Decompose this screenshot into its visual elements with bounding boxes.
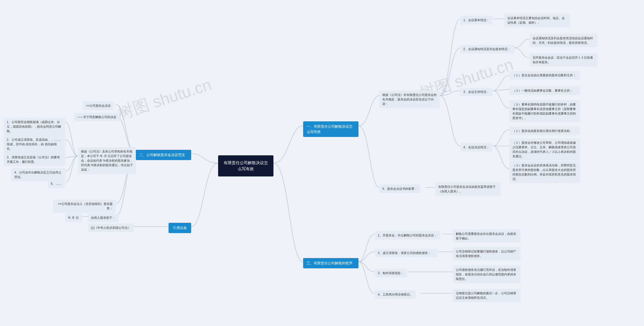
b1-item4-label: 4、会议决议情况： <box>460 143 492 152</box>
b1-item2-label: 2、会议通知情况及到会股东情况： <box>460 45 514 53</box>
b3-s4-label: 4、工商局办理注销登记。 <box>375 290 416 299</box>
b2-basis: 根据《公司法》及本公司章程的有关规定，本公司于 年 月 日召开了公司股东会，会议… <box>78 147 136 174</box>
b1-item4-desc3: （３）股东会会议的具体表决结果，持赞同意见股东所代表的股份数，占出席股东大会的股… <box>509 161 580 183</box>
b2-line2: ——关于同意解散公司的决定 <box>74 113 119 121</box>
b1-item4-desc1: （１）股东会由股东按出资比例行使表决权。 <box>509 127 580 135</box>
b1-item2-desc2: 召开股东会会议，应当于会议召开１５日前通知全体股东。 <box>530 53 597 66</box>
b1-item2-desc1: 会议通知情况及到会股东情况包括会议通知时间、方式；到会股东情况，股东弃权情况。 <box>530 34 597 47</box>
b1-basis: 根据《公司法》对有限责任公司股东会的有关规定，股东会的决议应包含以下内容： <box>379 91 440 108</box>
branch-2[interactable]: 二、公司解散股东会决议范文 <box>136 150 191 160</box>
b2-sign1: ××公司股东会法人（含其他组织）股东盖章： <box>53 200 116 213</box>
b2-d3: 3、清算组成立后应按《公司法》的要求开展工作，履行职责。 <box>4 153 65 166</box>
branch-4[interactable]: 引用法条 <box>169 223 191 233</box>
b1-item1-label: 1、会议基本情况： <box>460 16 492 24</box>
b1-item3-label: 3、会议主持情况： <box>460 88 492 96</box>
b1-item3-desc3: （３）董事长因特殊原因不能履行职务时，由董事长指定的副董事长或其他董事主持（应附… <box>509 100 580 122</box>
b2-d1: 1、公司因营业期限届满（或因合并、分立，或因其他原因），股东会同意公司解散。 <box>4 118 65 135</box>
b4-ref: [1]《中华人民共和国公司法》 <box>88 224 134 232</box>
b1-item5-desc: 有限责任公司股东会决议由股东盖章或签字（自然人股东）。 <box>435 183 501 196</box>
b3-s4-desc: 注销登记是公司解散的最后一步，公司注销登记后主体资格即告消灭。 <box>453 289 521 302</box>
branch-3[interactable]: 三、有限责任公司解散的程序 <box>303 258 358 268</box>
b3-s2-desc: 公司注销登记前要履行债权债务，以公司财产依法清算债权债务。 <box>453 247 521 260</box>
b3-s1-desc: 解散公司需要股东会作出股东会决议，由股东签字确认。 <box>453 230 521 243</box>
b2-sign2-label: 自然人股东签字： <box>88 213 118 222</box>
b3-s3-desc: 公司债权债务依法履行完毕后，应当制作清算报告，各股东分别在自己的认缴范围内承担有… <box>453 266 521 283</box>
b3-s1-label: 1、开股东会，作出解散公司的股东会决议： <box>375 231 440 240</box>
b1-item3-desc1: （１）首次会议由出资最多的股东召集和主持； <box>509 71 580 80</box>
b2-line1: ××公司股东会决议 <box>83 101 114 110</box>
b3-s3-label: 3、制作清算报告： <box>375 269 407 277</box>
b2-d5: 5、…… <box>48 179 65 188</box>
root-node[interactable]: 有限责任公司解散决议怎么写有效 <box>218 155 273 176</box>
b1-item4-desc2: （２）股东会对修改公司章程、公司增加或者减少注册资本、分立、合并、解散或者变更公… <box>509 138 580 161</box>
branch-1[interactable]: 一、有限责任公司解散决议怎么写有效 <box>303 121 358 137</box>
b1-item3-desc2: （２）一般情况由董事会召集，董事长主持； <box>509 86 580 95</box>
b2-sign2-date: 年 月 日 <box>65 213 82 222</box>
b1-item5-label: 5、股东会决议书的签署： <box>379 185 420 193</box>
mindmap-canvas: 树图 shutu.cn 树图 shutu.cn <box>0 0 644 326</box>
b3-s2-label: 2、成立清算组，清算公司的债权债务： <box>375 249 438 257</box>
b1-item1-desc: 会议基本情况主要包括会议时间、地点、会议性质（定期、临时）。 <box>504 14 570 27</box>
b2-d2: 2、公司成立清算组。其成员由 、、……组成，其中由 担任组长，由 担任副组长。 <box>4 135 65 153</box>
